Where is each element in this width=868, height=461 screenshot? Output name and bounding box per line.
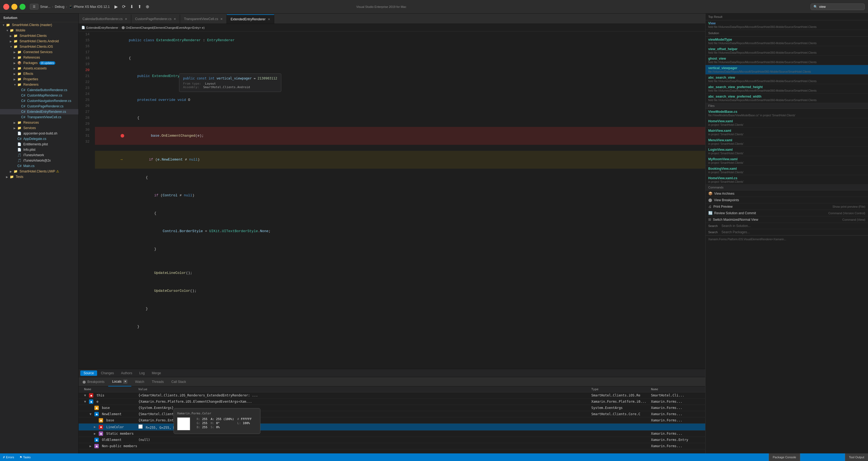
- sidebar-item-appcenter[interactable]: ▶ 📄 appcenter-post-build.sh: [0, 131, 79, 136]
- sidebar-item-renderers[interactable]: ▼ 📁 Renderers: [0, 82, 79, 87]
- sidebar-item-entitlements[interactable]: ▶ 📄 Entitlements.plist: [0, 142, 79, 147]
- file-viewmodelbase[interactable]: ViewModelBase.cs file:/ViewModels/Base/V…: [706, 109, 868, 118]
- result-viewmodeltype[interactable]: viewModelType field file:/Volumes/Data/R…: [706, 37, 868, 46]
- sidebar-item-itunes2x[interactable]: ▶ 🎵 iTunesArtwork@2x: [0, 158, 79, 163]
- sidebar-item-assets[interactable]: ▶ 📁 Assets.xcassets: [0, 66, 79, 71]
- cmd-view-breakpoints[interactable]: ⬤ View Breakpoints: [706, 197, 868, 204]
- sidebar-item-ios[interactable]: ▼ 📁 SmartHotel.Clients.iOS: [0, 44, 79, 49]
- sidebar-item-appdelegate[interactable]: ▶ C# AppDelegate.cs: [0, 136, 79, 142]
- debug-row-oldelement[interactable]: ▶ ● OldElement (null) Xamarin.Forms.Entr…: [79, 437, 705, 443]
- sidebar-item-resources[interactable]: ▶ 📁 Resources: [0, 120, 79, 125]
- sidebar-item-mobile[interactable]: ▼ 📁 Mobile: [0, 28, 79, 33]
- tool-output-button[interactable]: Tool Output: [845, 453, 868, 461]
- result-ghost-view[interactable]: ghost_view field file:/Volumes/Data/Repo…: [706, 56, 868, 65]
- nav-device[interactable]: 📱 iPhone XS Max iOS 12.1: [69, 5, 110, 9]
- search-in-solution-input[interactable]: Search in Solution...: [721, 224, 750, 228]
- file-menuview[interactable]: MenuView.xaml in project 'SmartHotel.Cli…: [706, 137, 868, 147]
- sidebar-item-custom-map[interactable]: ▶ C# CustomMapRenderer.cs: [0, 93, 79, 98]
- debug-row-this[interactable]: ▼ ● this {<SmartHotel.Clients.iOS_Render…: [79, 392, 705, 399]
- sidebar-item-clients[interactable]: ▶ 📁 SmartHotel.Clients: [0, 33, 79, 38]
- tab-custom-page[interactable]: CustomPageRenderer.cs ✕: [131, 14, 180, 24]
- reload-button[interactable]: ⟳: [120, 3, 127, 10]
- statusbar-tasks[interactable]: ⚑ Tasks: [20, 456, 31, 459]
- sidebar-item-services[interactable]: ▶ 📁 Services: [0, 125, 79, 131]
- tab-transparent-close[interactable]: ✕: [220, 18, 223, 21]
- debug-row-nonpublic[interactable]: ▶ ● Non-public members Xamarin.Forms...: [79, 443, 705, 449]
- sidebar-item-references[interactable]: ▶ 📁 References: [0, 55, 79, 60]
- tab-locals[interactable]: Locals ✕: [108, 377, 131, 387]
- file-myroomview[interactable]: MyRoomView.xaml in project 'SmartHotel.C…: [706, 156, 868, 166]
- linecolor-expand[interactable]: ▶: [94, 425, 96, 429]
- tab-watch[interactable]: Watch: [131, 377, 148, 387]
- debug-row-e[interactable]: ▼ ● e {Xamarin.Forms.Platform.iOS.Elemen…: [79, 399, 705, 405]
- package-console-button[interactable]: Package Console: [769, 453, 800, 461]
- debug-row-linecolor[interactable]: ▶ ● LineColor R=255, G=255, B=255, A=255: [79, 424, 705, 431]
- tab-breakpoints[interactable]: ⬤ Breakpoints: [79, 377, 108, 387]
- sidebar-item-tests[interactable]: ▶ 📁 Tests: [0, 174, 79, 180]
- sidebar-item-solution[interactable]: ▼ 📁 SmartHotel.Clients (master): [0, 22, 79, 28]
- statusbar-errors[interactable]: ✗ Errors: [3, 456, 14, 459]
- search-packages-input[interactable]: Search Packages...: [721, 230, 750, 234]
- minimize-button[interactable]: [11, 4, 18, 10]
- sidebar-item-custom-nav[interactable]: ▶ C# CustomNavigationRenderer.cs: [0, 98, 79, 103]
- tab-extended-entry-close[interactable]: ✕: [268, 18, 270, 21]
- tab-threads[interactable]: Threads: [148, 377, 167, 387]
- source-tab-merge[interactable]: Merge: [148, 370, 164, 376]
- step-target-button[interactable]: ⊕: [144, 3, 151, 10]
- tab-custom-page-close[interactable]: ✕: [174, 18, 176, 21]
- source-tab-authors[interactable]: Authors: [118, 370, 135, 376]
- tab-calendar[interactable]: CalendarButtonRenderer.cs ✕: [79, 14, 131, 24]
- sidebar-item-uwp[interactable]: ▶ 📁 SmartHotel.Clients.UWP ⚠: [0, 169, 79, 174]
- sidebar-item-android[interactable]: ▶ 📁 SmartHotel.Clients.Android: [0, 38, 79, 44]
- top-result-view[interactable]: View field file:/Volumes/Data/Repos/Micr…: [706, 20, 868, 30]
- close-button[interactable]: [3, 4, 9, 10]
- maximize-button[interactable]: [20, 4, 26, 10]
- breadcrumb-class[interactable]: ExtendedEntryRenderer: [86, 26, 118, 29]
- debug-row-newelement[interactable]: ▼ ● NewElement {SmartHotel.Clients.Core.…: [79, 411, 705, 417]
- global-search-input[interactable]: [819, 5, 860, 9]
- file-mainview[interactable]: MainView.xaml in project 'SmartHotel.Cli…: [706, 128, 868, 137]
- tab-calendar-close[interactable]: ✕: [125, 18, 127, 21]
- result-vertical-viewpager[interactable]: vertical_viewpager file:/Volumes/Data/Re…: [706, 65, 868, 74]
- debug-row-base[interactable]: ▶ ● base {System.EventArgs} System.Event…: [79, 405, 705, 411]
- sidebar-item-packages[interactable]: ▶ 📦 Packages 16 updates: [0, 60, 79, 66]
- sidebar-item-itunes[interactable]: ▶ 🎵 iTunesArtwork: [0, 152, 79, 158]
- file-loginview[interactable]: LoginView.xaml in project 'SmartHotel.Cl…: [706, 147, 868, 156]
- sidebar-item-transparent-view[interactable]: ▶ C# TransparentViewCell.cs: [0, 115, 79, 120]
- sidebar-item-maincs[interactable]: ▶ C# Main.cs: [0, 163, 79, 169]
- tab-callstack[interactable]: Call Stack: [167, 377, 190, 387]
- result-abc-search-width[interactable]: abc_search_view_preferred_width field fi…: [706, 94, 868, 103]
- this-expand[interactable]: ▼: [84, 394, 86, 397]
- debug-row-static[interactable]: ▶ ● Static members Xamarin.Forms...: [79, 431, 705, 437]
- run-button[interactable]: ▶: [113, 3, 119, 10]
- step-over-button[interactable]: ⬇: [128, 3, 135, 10]
- tab-extended-entry[interactable]: ExtendedEntryRenderer ✕: [227, 14, 274, 24]
- file-homeviewcs[interactable]: HomeView.xaml.cs in project 'SmartHotel.…: [706, 175, 868, 185]
- nav-project[interactable]: Smar...: [40, 5, 51, 9]
- search-in-solution-row[interactable]: Search Search in Solution...: [706, 223, 868, 229]
- cmd-print-preview[interactable]: 🖨 Print Preview Show print preview (File…: [706, 204, 868, 210]
- locals-close-button[interactable]: ✕: [123, 379, 127, 384]
- sidebar-item-calendar-btn[interactable]: ▶ C# CalendarButtonRenderer.cs: [0, 87, 79, 93]
- sidebar-item-infoplist[interactable]: ▶ 📄 Info.plist: [0, 147, 79, 152]
- cmd-view-archives[interactable]: 📦 View Archives: [706, 190, 868, 197]
- sidebar-item-custom-page[interactable]: ▶ C# CustomPageRenderer.cs: [0, 103, 79, 109]
- tab-transparent[interactable]: TransparentViewCell.cs ✕: [180, 14, 227, 24]
- source-tab-source[interactable]: Source: [80, 370, 97, 376]
- static-expand[interactable]: ▶: [94, 432, 96, 435]
- debug-row-base-nested[interactable]: ▶ ● base {Xamarin.Forms.Entry} Xamarin.F…: [79, 417, 705, 424]
- sidebar-item-effects[interactable]: ▶ 📁 Effects: [0, 71, 79, 76]
- sidebar-item-extended-entry[interactable]: ▶ C# ExtendedEntryRenderer.cs: [0, 109, 79, 115]
- result-abc-search-view[interactable]: abc_search_view field file:/Volumes/Data…: [706, 74, 868, 84]
- sidebar-item-properties[interactable]: ▶ 📁 Properties: [0, 76, 79, 82]
- result-abc-search-height[interactable]: abc_search_view_preferred_height field f…: [706, 84, 868, 94]
- search-packages-row[interactable]: Search Search Packages...: [706, 229, 868, 235]
- file-homeview[interactable]: HomeView.xaml in project 'SmartHotel.Cli…: [706, 118, 868, 128]
- nav-config[interactable]: Debug: [55, 5, 64, 9]
- e-expand[interactable]: ▼: [84, 400, 86, 403]
- step-up-button[interactable]: ⬆: [136, 3, 143, 10]
- global-search-box[interactable]: 🔍: [810, 3, 865, 10]
- result-view-offset[interactable]: view_offset_helper field file:/Volumes/D…: [706, 46, 868, 56]
- file-bookingview[interactable]: BookingView.xaml in project 'SmartHotel.…: [706, 166, 868, 175]
- sidebar-item-connected-services[interactable]: ▶ 📁 Connected Services: [0, 49, 79, 55]
